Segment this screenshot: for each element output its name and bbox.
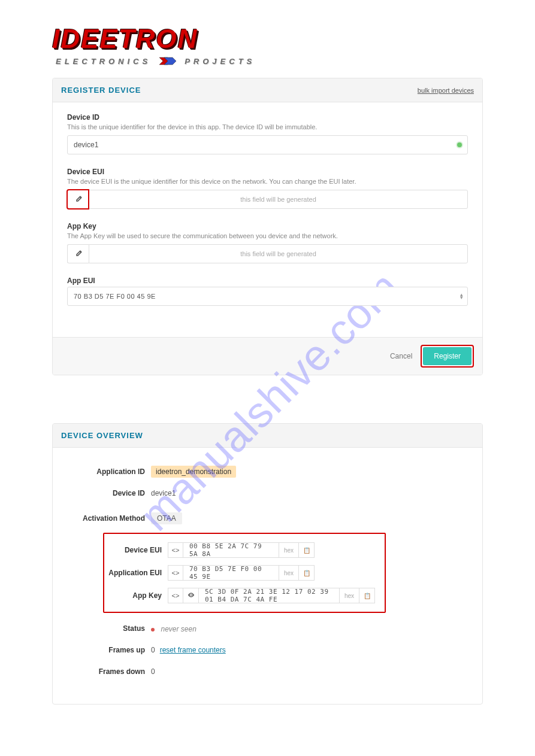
register-panel-title: REGISTER DEVICE	[61, 86, 141, 95]
copy-button[interactable]: 📋	[299, 542, 315, 558]
status-label: Status	[67, 624, 151, 633]
app-key-placeholder[interactable]: this field will be generated	[89, 244, 468, 263]
device-id-hint: This is the unique identifier for the de…	[67, 123, 468, 130]
app-key-edit-button[interactable]	[67, 244, 89, 263]
frames-down-label: Frames down	[67, 667, 151, 676]
reset-frame-counters-link[interactable]: reset frame counters	[160, 646, 226, 654]
ov-device-id-value: device1	[151, 489, 176, 497]
overview-row-status: Status never seen	[67, 621, 468, 636]
key-app-key-value: 5C 3D 0F 2A 21 3E 12 17 02 39 01 B4 DA 7…	[199, 588, 340, 603]
activation-method-label: Activation Method	[67, 514, 151, 523]
device-eui-hint: The device EUI is the unique identifier …	[67, 178, 468, 185]
key-device-eui-label: Device EUI	[108, 546, 168, 554]
clipboard-icon: 📋	[303, 547, 310, 554]
device-id-label: Device ID	[67, 113, 468, 122]
key-row-application-eui: Application EUI <> 70 B3 D5 7E F0 00 45 …	[108, 565, 375, 581]
logo-subline: ELECTRONICS PROJECTS	[56, 56, 483, 66]
keys-highlight-box: Device EUI <> 00 B8 5E 2A 7C 79 5A 8A he…	[103, 533, 386, 613]
device-overview-panel: DEVICE OVERVIEW Application ID ideetron_…	[52, 423, 483, 705]
key-row-device-eui: Device EUI <> 00 B8 5E 2A 7C 79 5A 8A he…	[108, 542, 375, 558]
ov-device-id-label: Device ID	[67, 489, 151, 497]
register-button-highlight: Register	[421, 345, 474, 368]
pencil-icon	[75, 250, 82, 257]
logo-arrow-icon	[156, 56, 180, 66]
toggle-visibility-button[interactable]	[183, 588, 199, 603]
eye-icon	[188, 591, 195, 600]
logo: IDEETRON ELECTRONICS PROJECTS	[52, 24, 483, 66]
register-panel-footer: Cancel Register	[53, 337, 482, 375]
valid-indicator-icon	[457, 142, 462, 147]
app-eui-label: App EUI	[67, 277, 468, 285]
clipboard-icon: 📋	[303, 570, 310, 576]
app-key-hint: The App Key will be used to secure the c…	[67, 232, 468, 239]
svg-point-2	[190, 594, 191, 596]
overview-row-frames-down: Frames down 0	[67, 664, 468, 679]
code-brackets-icon: <>	[172, 569, 180, 576]
toggle-format-button[interactable]: <>	[168, 588, 183, 603]
status-dot-icon	[151, 628, 155, 631]
cancel-button[interactable]: Cancel	[390, 352, 412, 360]
pencil-icon	[75, 196, 82, 203]
register-device-panel: REGISTER DEVICE bulk import devices Devi…	[52, 78, 483, 375]
toggle-format-button[interactable]: <>	[168, 542, 183, 558]
application-id-label: Application ID	[67, 467, 151, 476]
toggle-format-button[interactable]: <>	[168, 565, 183, 581]
status-value-wrap: never seen	[151, 623, 197, 634]
copy-button[interactable]: 📋	[299, 565, 315, 581]
overview-panel-title: DEVICE OVERVIEW	[61, 431, 143, 440]
key-application-eui-label: Application EUI	[108, 569, 168, 577]
bulk-import-link[interactable]: bulk import devices	[418, 87, 474, 94]
app-eui-group: App EUI 70 B3 D5 7E F0 00 45 9E ▴▾	[67, 277, 468, 306]
overview-row-application-id: Application ID ideetron_demonstration	[67, 464, 468, 479]
key-row-app-key: App Key <> 5C 3D 0F 2A 21 3E 12 17 02 39…	[108, 588, 375, 603]
frames-down-value: 0	[151, 667, 155, 676]
device-eui-edit-button[interactable]	[67, 190, 89, 209]
device-id-input[interactable]	[67, 135, 468, 154]
app-eui-select[interactable]: 70 B3 D5 7E F0 00 45 9E	[67, 287, 468, 306]
frames-up-value: 0	[151, 646, 155, 654]
hex-label: hex	[279, 565, 299, 581]
logo-sub-left: ELECTRONICS	[56, 57, 151, 66]
app-key-label: App Key	[67, 222, 468, 230]
device-eui-group: Device EUI The device EUI is the unique …	[67, 168, 468, 209]
copy-button[interactable]: 📋	[359, 588, 375, 603]
application-id-value[interactable]: ideetron_demonstration	[151, 466, 236, 478]
device-eui-placeholder[interactable]: this field will be generated	[89, 190, 468, 209]
code-brackets-icon: <>	[172, 592, 180, 599]
activation-method-value: OTAA	[151, 512, 182, 524]
device-eui-label: Device EUI	[67, 168, 468, 176]
overview-row-device-id: Device ID device1	[67, 486, 468, 500]
key-application-eui-value: 70 B3 D5 7E F0 00 45 9E	[183, 565, 279, 581]
hex-label: hex	[340, 588, 359, 603]
frames-up-label: Frames up	[67, 646, 151, 654]
overview-panel-header: DEVICE OVERVIEW	[53, 424, 482, 448]
device-id-group: Device ID This is the unique identifier …	[67, 113, 468, 154]
app-key-group: App Key The App Key will be used to secu…	[67, 222, 468, 263]
overview-row-activation-method: Activation Method OTAA	[67, 511, 468, 526]
logo-name: IDEETRON	[52, 24, 483, 54]
hex-label: hex	[279, 542, 299, 558]
register-panel-header: REGISTER DEVICE bulk import devices	[53, 78, 482, 102]
key-device-eui-value: 00 B8 5E 2A 7C 79 5A 8A	[183, 542, 279, 558]
status-value: never seen	[161, 625, 196, 633]
register-button[interactable]: Register	[423, 347, 471, 365]
clipboard-icon: 📋	[364, 593, 371, 599]
code-brackets-icon: <>	[172, 546, 180, 554]
overview-row-frames-up: Frames up 0 reset frame counters	[67, 643, 468, 657]
key-app-key-label: App Key	[108, 591, 168, 600]
logo-sub-right: PROJECTS	[185, 57, 255, 66]
